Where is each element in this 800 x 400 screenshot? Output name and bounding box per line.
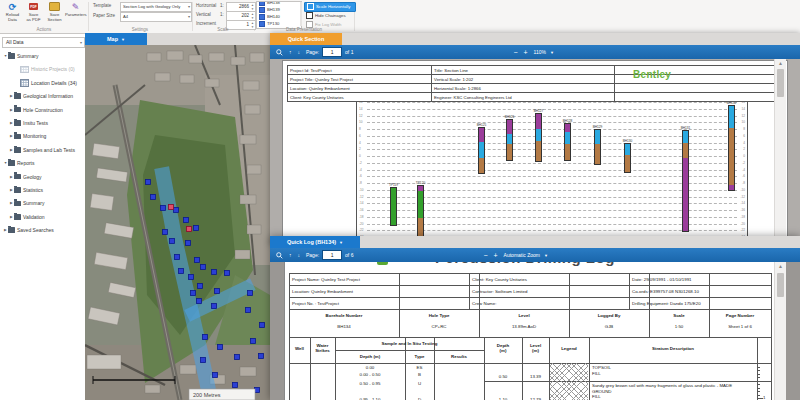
save-as-pdf-button[interactable]: PDF Save as PDF (23, 1, 44, 24)
borehole-marker[interactable] (184, 218, 189, 223)
page-number-input[interactable]: 1 (322, 47, 342, 57)
vertical-scrollbar[interactable]: ▲ (774, 262, 786, 400)
page-down-icon[interactable]: ↓ (298, 49, 301, 55)
tree-item-validation[interactable]: ▶Validation (0, 211, 94, 223)
hole-list-item[interactable]: BH139 (257, 6, 301, 13)
borehole-marker[interactable] (175, 255, 180, 260)
page-up-icon[interactable]: ↑ (289, 49, 292, 55)
borehole-log-bar[interactable] (594, 129, 601, 165)
data-filter-dropdown[interactable]: All Data ▾ (2, 37, 85, 48)
tree-item-geological-information[interactable]: ▶Geological Information (0, 90, 94, 102)
hole-list[interactable]: BH138BH139BH140TP130BH141 (256, 1, 302, 29)
borehole-marker[interactable] (195, 258, 200, 263)
scroll-up-icon[interactable]: ▲ (775, 59, 786, 68)
scrollbar-thumb[interactable] (777, 69, 784, 97)
page-up-icon[interactable]: ↑ (289, 252, 292, 258)
borehole-marker-selected[interactable] (169, 205, 174, 210)
borehole-marker[interactable] (151, 195, 156, 200)
borehole-marker[interactable] (146, 180, 151, 185)
borehole-marker[interactable] (161, 206, 166, 211)
borehole-marker[interactable] (225, 271, 230, 276)
tab-quick-section[interactable]: Quick Section (270, 33, 342, 45)
reload-data-button[interactable]: ⟳ Reload Data (2, 1, 23, 24)
borehole-marker[interactable] (170, 239, 175, 244)
paper-size-dropdown[interactable]: A4 ▾ (120, 12, 192, 22)
hole-list-item[interactable]: TP130 (257, 20, 301, 27)
borehole-log-bar[interactable] (564, 123, 571, 161)
borehole-marker[interactable] (248, 291, 253, 296)
borehole-marker[interactable] (179, 269, 184, 274)
borehole-log-bar[interactable] (682, 130, 689, 232)
borehole-marker[interactable] (189, 275, 194, 280)
tree-item-geology[interactable]: ▶Geology (0, 171, 94, 183)
zoom-level-dropdown[interactable]: 110% ▼ (534, 49, 554, 55)
borehole-marker[interactable] (163, 230, 168, 235)
section-header-field: Title: Section Line (434, 68, 468, 73)
borehole-marker[interactable] (215, 289, 220, 294)
borehole-log-bar[interactable] (478, 127, 485, 174)
checkbox-checked-icon[interactable] (259, 14, 265, 20)
stratum-segment-purple (729, 185, 734, 190)
tree-item-insitu-tests[interactable]: ▶Insitu Tests (0, 117, 94, 129)
checkbox-checked-icon[interactable] (259, 21, 265, 27)
zoom-out-button[interactable]: − (483, 252, 487, 259)
tree-item-reports[interactable]: ▼Reports (0, 157, 88, 169)
checkbox-checked-icon[interactable] (259, 1, 265, 6)
borehole-marker[interactable] (174, 208, 179, 213)
parameters-button[interactable]: ✎ Parameters (65, 1, 86, 24)
tab-map[interactable]: Map ▼ (85, 33, 147, 45)
page-down-icon[interactable]: ↓ (298, 252, 301, 258)
tree-item-statistics[interactable]: ▶Statistics (0, 184, 94, 196)
borehole-marker[interactable] (203, 335, 208, 340)
table-border (771, 273, 772, 337)
borehole-marker[interactable] (197, 299, 202, 304)
zoom-in-button[interactable]: + (494, 252, 498, 259)
template-dropdown[interactable]: Section Log with Geology Only ▾ (120, 2, 192, 12)
zoom-in-button[interactable]: + (524, 49, 528, 56)
vertical-scrollbar[interactable]: ▲ (774, 59, 786, 245)
zoom-out-button[interactable]: − (513, 49, 517, 56)
borehole-marker[interactable] (186, 241, 191, 246)
borehole-marker[interactable] (235, 355, 240, 360)
tree-item-summary[interactable]: ▼Summary (0, 50, 88, 62)
hole-list-item[interactable]: BH140 (257, 13, 301, 20)
borehole-marker[interactable] (212, 304, 217, 309)
page-number-input[interactable]: 1 (322, 250, 342, 260)
tree-item-samples-and-lab-tests[interactable]: ▶Samples and Lab Tests (0, 144, 94, 156)
tree-item-summary[interactable]: ▶Summary (0, 197, 94, 209)
borehole-log-bar[interactable] (506, 119, 513, 161)
borehole-marker[interactable] (201, 265, 206, 270)
map-aerial-image[interactable]: 200 Metres (85, 45, 270, 400)
scroll-up-icon[interactable]: ▲ (775, 262, 786, 271)
borehole-marker[interactable] (212, 270, 217, 275)
list-scrollbar[interactable] (300, 2, 302, 26)
borehole-marker[interactable] (246, 308, 251, 313)
tree-item-hole-construction[interactable]: ▶Hole Construction (0, 104, 94, 116)
zoom-mode-dropdown[interactable]: Automatic Zoom ▼ (504, 252, 548, 258)
borehole-marker[interactable] (198, 284, 203, 289)
hide-chainages-button[interactable]: Hide Chainages (304, 11, 354, 20)
tree-item-monitoring[interactable]: ▶Monitoring (0, 130, 94, 142)
borehole-marker[interactable] (259, 354, 264, 359)
borehole-log-bar[interactable] (535, 113, 542, 162)
borehole-log-bar[interactable] (728, 105, 735, 191)
borehole-log-bar[interactable] (417, 185, 424, 243)
borehole-marker[interactable] (233, 383, 238, 388)
borehole-marker[interactable] (260, 323, 265, 328)
search-icon[interactable] (276, 252, 283, 259)
borehole-marker[interactable] (213, 373, 218, 378)
borehole-log-bar[interactable] (624, 143, 631, 173)
borehole-marker-selected[interactable] (187, 227, 192, 232)
scrollbar-thumb[interactable] (777, 273, 784, 297)
borehole-marker[interactable] (201, 358, 206, 363)
borehole-marker[interactable] (251, 339, 256, 344)
tree-item-saved-searches[interactable]: ▶Saved Searches (0, 224, 88, 236)
tab-quick-log[interactable]: Quick Log (BH134) ▼ (270, 236, 360, 248)
borehole-marker[interactable] (194, 226, 199, 231)
save-section-button[interactable]: Save Section (44, 1, 65, 24)
borehole-marker[interactable] (191, 291, 196, 296)
borehole-marker[interactable] (218, 345, 223, 350)
search-icon[interactable] (276, 49, 283, 56)
borehole-log-bar[interactable] (390, 187, 397, 226)
checkbox-checked-icon[interactable] (259, 7, 265, 13)
